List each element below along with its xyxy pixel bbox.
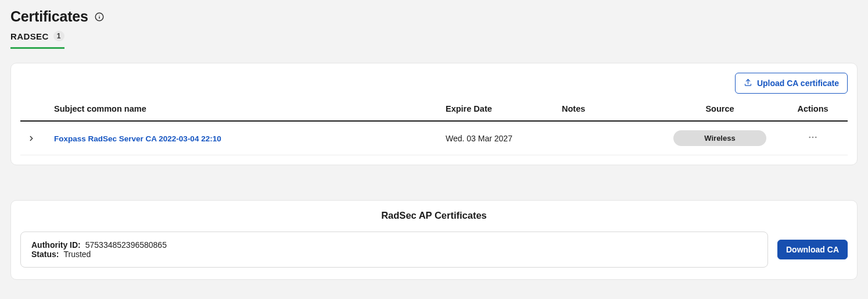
column-header-notes: Notes xyxy=(557,98,662,121)
svg-point-5 xyxy=(812,137,814,138)
column-header-expire: Expire Date xyxy=(441,98,557,121)
svg-point-6 xyxy=(815,137,817,138)
expand-row-button[interactable] xyxy=(25,132,38,145)
page-title: Certificates xyxy=(10,8,88,25)
source-chip: Wireless xyxy=(673,130,766,146)
table-row: Foxpass RadSec Server CA 2022-03-04 22:1… xyxy=(20,121,848,155)
upload-ca-certificate-button[interactable]: Upload CA certificate xyxy=(735,73,848,94)
tab-radsec-count-badge: 1 xyxy=(53,31,64,41)
authority-id-label: Authority ID: xyxy=(31,240,81,250)
column-header-subject: Subject common name xyxy=(49,98,441,121)
ap-cert-info-box: Authority ID: 575334852396580865 Status:… xyxy=(20,232,768,268)
certificates-table: Subject common name Expire Date Notes So… xyxy=(20,98,848,155)
cell-notes xyxy=(557,121,662,155)
svg-point-4 xyxy=(809,137,810,138)
chevron-right-icon xyxy=(27,134,35,143)
column-header-expand xyxy=(20,98,49,121)
certificates-card: Upload CA certificate Subject common nam… xyxy=(10,63,858,165)
tab-radsec[interactable]: RADSEC 1 xyxy=(10,31,64,49)
row-actions-menu-button[interactable] xyxy=(803,130,823,147)
download-ca-label: Download CA xyxy=(786,245,839,254)
download-ca-button[interactable]: Download CA xyxy=(777,240,848,259)
more-horizontal-icon xyxy=(808,132,818,143)
radsec-ap-certificates-card: RadSec AP Certificates Authority ID: 575… xyxy=(10,200,858,280)
tabs: RADSEC 1 xyxy=(10,31,858,49)
upload-ca-certificate-label: Upload CA certificate xyxy=(757,79,839,88)
status-value: Trusted xyxy=(63,250,91,259)
svg-point-2 xyxy=(99,15,99,15)
info-icon[interactable] xyxy=(94,12,105,22)
column-header-actions: Actions xyxy=(778,98,848,121)
status-label: Status: xyxy=(31,250,59,259)
authority-id-value: 575334852396580865 xyxy=(85,240,167,250)
subject-link[interactable]: Foxpass RadSec Server CA 2022-03-04 22:1… xyxy=(54,134,221,143)
upload-icon xyxy=(744,78,752,88)
column-header-source: Source xyxy=(662,98,778,121)
cell-expire: Wed. 03 Mar 2027 xyxy=(441,121,557,155)
radsec-ap-certificates-title: RadSec AP Certificates xyxy=(20,210,848,221)
tab-radsec-label: RADSEC xyxy=(10,31,49,41)
